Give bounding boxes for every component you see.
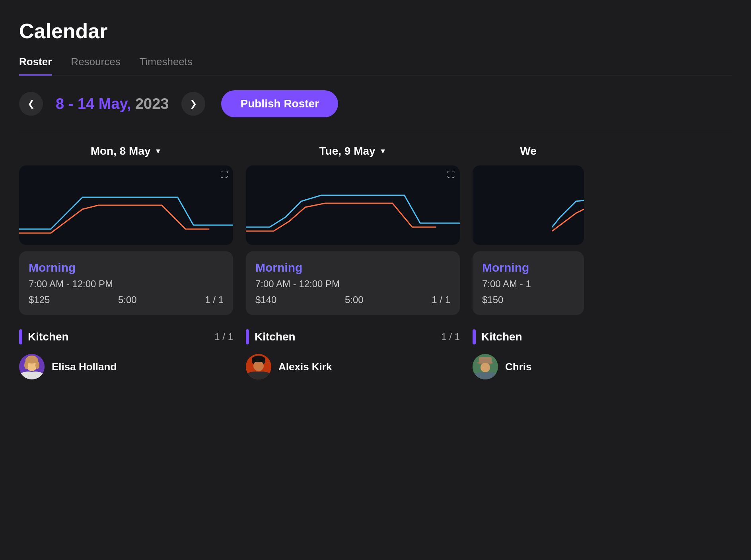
staff-row-monday: Elisa Holland [19, 351, 233, 383]
svg-rect-12 [479, 357, 492, 364]
avatar-face-wednesday [473, 354, 498, 379]
shift-cost-tuesday: $140 [255, 294, 276, 305]
tab-roster[interactable]: Roster [19, 56, 52, 76]
chart-svg-wednesday [473, 165, 584, 245]
svg-point-4 [24, 361, 28, 369]
shift-card-monday: Morning 7:00 AM - 12:00 PM $125 5:00 1 /… [19, 251, 233, 315]
kitchen-bar-icon [19, 329, 22, 344]
page-title: Calendar [19, 19, 732, 43]
kitchen-bar-icon-wed [473, 329, 476, 344]
shift-name-wednesday: Morning [482, 261, 574, 274]
expand-icon-monday[interactable]: ⛶ [220, 170, 228, 179]
svg-point-9 [252, 356, 265, 362]
tabs-bar: Roster Resources Timesheets [19, 56, 732, 76]
shift-time-wednesday: 7:00 AM - 1 [482, 278, 574, 290]
avatar-monday [19, 354, 45, 379]
shift-meta-monday: $125 5:00 1 / 1 [29, 294, 224, 305]
day-header-monday[interactable]: Mon, 8 May ▼ [19, 145, 233, 158]
avatar-tuesday [246, 354, 271, 379]
shift-meta-tuesday: $140 5:00 1 / 1 [255, 294, 450, 305]
publish-roster-button[interactable]: Publish Roster [221, 90, 338, 117]
day-column-tuesday: Tue, 9 May ▼ ⛶ Morning 7:00 AM - 12:00 P… [246, 145, 473, 383]
staff-row-wednesday: Chris [473, 351, 584, 383]
svg-point-13 [481, 363, 490, 372]
shift-hours-tuesday: 5:00 [345, 294, 364, 305]
avatar-wednesday [473, 354, 498, 379]
staff-row-tuesday: Alexis Kirk [246, 351, 460, 383]
tab-resources[interactable]: Resources [71, 56, 120, 76]
svg-point-5 [35, 361, 39, 369]
shift-card-tuesday: Morning 7:00 AM - 12:00 PM $140 5:00 1 /… [246, 251, 460, 315]
chart-monday[interactable]: ⛶ [19, 165, 233, 245]
avatar-face-tuesday [246, 354, 271, 379]
expand-icon-tuesday[interactable]: ⛶ [447, 170, 455, 179]
chart-svg-tuesday [246, 165, 460, 245]
chevron-right-icon: ❯ [190, 99, 197, 109]
day-header-tuesday[interactable]: Tue, 9 May ▼ [246, 145, 460, 158]
shift-hours-monday: 5:00 [118, 294, 137, 305]
kitchen-count-monday: 1 / 1 [214, 331, 233, 342]
tab-timesheets[interactable]: Timesheets [140, 56, 193, 76]
chevron-down-icon: ▼ [155, 147, 162, 156]
avatar-face-monday [19, 354, 45, 379]
app-container: Calendar Roster Resources Timesheets ❮ 8… [0, 0, 751, 560]
shift-cost-wednesday: $150 [482, 294, 503, 305]
kitchen-row-tuesday: Kitchen 1 / 1 [246, 321, 460, 351]
chart-wednesday[interactable] [473, 165, 584, 245]
shift-name-tuesday: Morning [255, 261, 450, 274]
kitchen-row-monday: Kitchen 1 / 1 [19, 321, 233, 351]
kitchen-count-tuesday: 1 / 1 [441, 331, 460, 342]
shift-ratio-monday: 1 / 1 [205, 294, 224, 305]
kitchen-label-tuesday: Kitchen [246, 329, 296, 344]
date-range-display: 8 - 14 May, 2023 [56, 95, 169, 113]
shift-ratio-tuesday: 1 / 1 [432, 294, 450, 305]
kitchen-row-wednesday: Kitchen [473, 321, 584, 351]
kitchen-label-monday: Kitchen [19, 329, 69, 344]
day-column-wednesday: We Morning 7:00 AM - 1 $150 [473, 145, 584, 383]
shift-cost-monday: $125 [29, 294, 50, 305]
chart-tuesday[interactable]: ⛶ [246, 165, 460, 245]
toolbar: ❮ 8 - 14 May, 2023 ❯ Publish Roster [19, 76, 732, 132]
day-column-monday: Mon, 8 May ▼ ⛶ Morning 7:00 AM - 12:00 P… [19, 145, 246, 383]
shift-time-monday: 7:00 AM - 12:00 PM [29, 278, 224, 290]
shift-card-wednesday: Morning 7:00 AM - 1 $150 [473, 251, 584, 315]
next-week-button[interactable]: ❯ [181, 92, 205, 116]
chevron-left-icon: ❮ [27, 99, 35, 109]
shift-name-monday: Morning [29, 261, 224, 274]
calendar-grid: Mon, 8 May ▼ ⛶ Morning 7:00 AM - 12:00 P… [19, 145, 732, 383]
prev-week-button[interactable]: ❮ [19, 92, 43, 116]
staff-name-tuesday: Alexis Kirk [278, 361, 332, 373]
staff-name-wednesday: Chris [505, 361, 531, 373]
chevron-down-icon-tue: ▼ [379, 147, 387, 156]
kitchen-label-wednesday: Kitchen [473, 329, 522, 344]
shift-time-tuesday: 7:00 AM - 12:00 PM [255, 278, 450, 290]
shift-meta-wednesday: $150 [482, 294, 574, 305]
kitchen-bar-icon-tue [246, 329, 249, 344]
staff-name-monday: Elisa Holland [52, 361, 117, 373]
day-header-wednesday[interactable]: We [473, 145, 584, 158]
chart-svg-monday [19, 165, 233, 245]
